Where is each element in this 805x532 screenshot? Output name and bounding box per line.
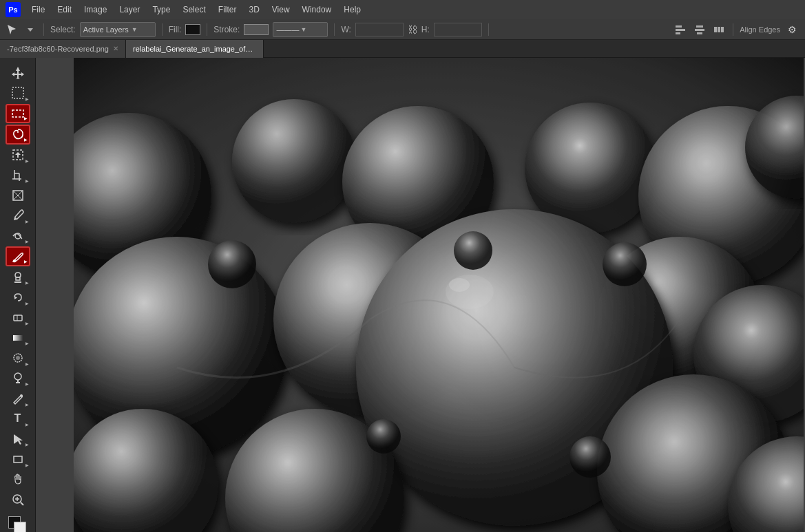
svg-rect-10 bbox=[721, 27, 724, 32]
text-arrow: ▶ bbox=[25, 422, 29, 427]
stroke-color-box[interactable] bbox=[244, 24, 269, 35]
svg-marker-38 bbox=[14, 434, 23, 445]
options-gear-icon[interactable]: ⚙ bbox=[784, 22, 799, 37]
gradient-arrow: ▶ bbox=[25, 341, 29, 345]
history-brush-tool[interactable]: ▶ bbox=[6, 288, 30, 306]
menu-filter[interactable]: Filter bbox=[213, 3, 242, 17]
svg-marker-28 bbox=[14, 296, 17, 299]
shape-arrow: ▶ bbox=[25, 462, 29, 467]
move-tool[interactable] bbox=[6, 63, 30, 82]
blur-tool[interactable]: ▶ bbox=[6, 348, 30, 367]
menu-file[interactable]: File bbox=[26, 3, 50, 17]
ps-logo: Ps bbox=[6, 2, 21, 17]
tabs-bar: -7ecf3fab8c60-Recovered.png ✕ relabelai_… bbox=[0, 40, 805, 58]
crop-tool[interactable]: ▶ bbox=[6, 166, 30, 184]
marquee-tool[interactable]: ▶ bbox=[6, 104, 30, 123]
tab-main[interactable]: relabelai_Generate_an_image_of_a_white_e… bbox=[126, 40, 264, 58]
eraser-tool[interactable]: ▶ bbox=[6, 308, 30, 327]
svg-rect-12 bbox=[12, 87, 23, 98]
svg-rect-26 bbox=[16, 277, 20, 280]
pen-arrow: ▶ bbox=[25, 402, 29, 407]
height-input[interactable] bbox=[434, 23, 482, 36]
sep6 bbox=[733, 23, 733, 36]
svg-rect-29 bbox=[14, 315, 22, 321]
svg-rect-2 bbox=[676, 25, 682, 28]
dodge-arrow: ▶ bbox=[25, 381, 29, 386]
obj-select-arrow: ▶ bbox=[25, 158, 29, 163]
menu-help[interactable]: Help bbox=[338, 3, 366, 17]
select-dropdown-value: Active Layers bbox=[83, 25, 129, 34]
svg-rect-7 bbox=[697, 32, 702, 34]
path-select-tool[interactable]: ▶ bbox=[6, 429, 30, 448]
heal-tool[interactable]: ▶ bbox=[6, 226, 30, 245]
tool-arrow-dropdown[interactable] bbox=[23, 23, 37, 36]
w-label: W: bbox=[341, 25, 351, 34]
options-right-icons: Align Edges ⚙ bbox=[673, 22, 799, 37]
tool-arrow-indicator: ▶ bbox=[25, 96, 29, 101]
color-swatches[interactable] bbox=[6, 513, 30, 532]
brush-arrow: ▶ bbox=[24, 259, 28, 264]
h-label: H: bbox=[421, 25, 430, 34]
gradient-tool[interactable]: ▶ bbox=[6, 328, 30, 347]
shape-tool[interactable]: ▶ bbox=[6, 449, 30, 468]
link-proportions-icon[interactable]: ⛓ bbox=[408, 24, 417, 35]
svg-point-25 bbox=[13, 259, 16, 262]
fill-color-box[interactable] bbox=[185, 24, 200, 35]
dodge-tool[interactable]: ▶ bbox=[6, 369, 30, 387]
hand-tool[interactable] bbox=[6, 470, 30, 489]
svg-rect-6 bbox=[695, 29, 704, 31]
width-input[interactable] bbox=[355, 23, 404, 36]
menu-window[interactable]: Window bbox=[297, 3, 337, 17]
menu-layer[interactable]: Layer bbox=[114, 3, 145, 17]
align-left-icon[interactable] bbox=[673, 22, 688, 37]
svg-rect-39 bbox=[14, 456, 22, 462]
svg-marker-11 bbox=[12, 67, 24, 79]
select-dropdown[interactable]: Active Layers ▼ bbox=[80, 22, 156, 37]
svg-rect-5 bbox=[696, 25, 703, 28]
svg-marker-0 bbox=[8, 25, 16, 34]
lasso-tool[interactable]: ▶ bbox=[6, 125, 30, 144]
svg-marker-15 bbox=[15, 152, 21, 158]
svg-point-37 bbox=[20, 394, 23, 397]
lasso-arrow: ▶ bbox=[24, 137, 28, 142]
sep1 bbox=[43, 23, 44, 36]
menu-view[interactable]: View bbox=[266, 3, 295, 17]
menu-edit[interactable]: Edit bbox=[52, 3, 77, 17]
pen-tool[interactable]: ▶ bbox=[6, 389, 30, 407]
object-select-tool[interactable]: ▶ bbox=[6, 146, 30, 164]
svg-rect-3 bbox=[676, 29, 685, 31]
history-brush-arrow: ▶ bbox=[25, 301, 29, 306]
menu-select[interactable]: Select bbox=[177, 3, 211, 17]
tab-recovered-label: -7ecf3fab8c60-Recovered.png bbox=[7, 45, 109, 53]
sep4 bbox=[334, 23, 335, 36]
svg-point-33 bbox=[16, 356, 20, 360]
svg-rect-13 bbox=[12, 110, 23, 117]
text-tool[interactable]: T ▶ bbox=[6, 409, 30, 428]
options-bar: Select: Active Layers ▼ Fill: Stroke: ——… bbox=[0, 19, 805, 40]
zoom-tool[interactable] bbox=[6, 490, 30, 509]
brush-tool[interactable]: ▶ bbox=[6, 246, 30, 266]
svg-rect-31 bbox=[13, 335, 23, 341]
distribute-icon[interactable] bbox=[711, 22, 726, 37]
eraser-arrow: ▶ bbox=[25, 321, 29, 326]
stroke-label: Stroke: bbox=[213, 25, 240, 34]
tool-arrow-icon bbox=[6, 23, 19, 36]
align-center-icon[interactable] bbox=[692, 22, 707, 37]
tab-recovered-close[interactable]: ✕ bbox=[113, 45, 118, 52]
frame-tool[interactable] bbox=[6, 186, 30, 204]
menu-3d[interactable]: 3D bbox=[243, 3, 264, 17]
background-color[interactable] bbox=[14, 522, 26, 533]
blur-arrow: ▶ bbox=[25, 361, 29, 366]
stroke-width-dropdown[interactable]: ——— ▼ bbox=[273, 22, 328, 37]
sep3 bbox=[207, 23, 207, 36]
artboard-tool[interactable]: ▶ bbox=[6, 83, 30, 102]
tab-recovered[interactable]: -7ecf3fab8c60-Recovered.png ✕ bbox=[0, 40, 126, 58]
canvas-area[interactable] bbox=[36, 58, 805, 532]
menu-type[interactable]: Type bbox=[147, 3, 176, 17]
menu-image[interactable]: Image bbox=[79, 3, 112, 17]
left-toolbar: ▶ ▶ ▶ ▶ bbox=[0, 58, 36, 532]
stamp-tool[interactable]: ▶ bbox=[6, 268, 30, 286]
select-label: Select: bbox=[50, 25, 76, 34]
text-tool-icon: T bbox=[14, 412, 21, 425]
eyedropper-tool[interactable]: ▶ bbox=[6, 206, 30, 225]
